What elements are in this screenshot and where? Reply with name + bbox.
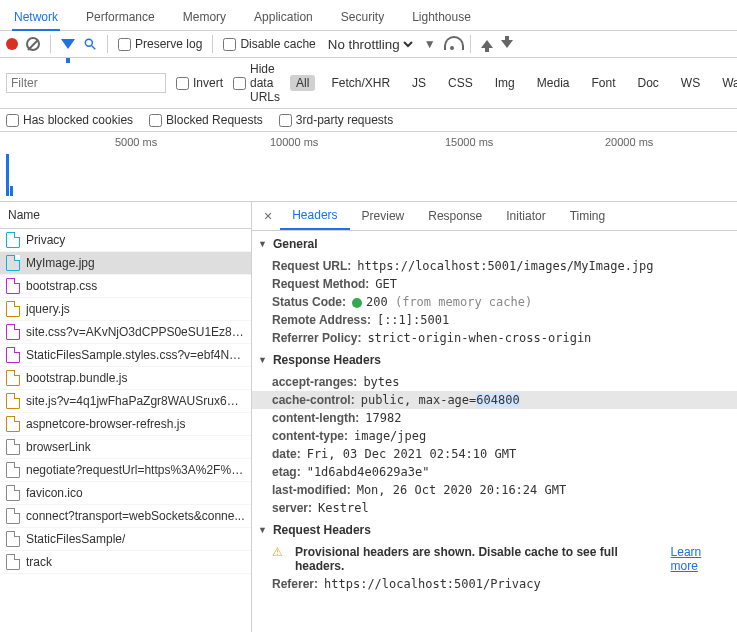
request-row[interactable]: site.css?v=AKvNjO3dCPPS0eSU1Ez8T2... <box>0 321 251 344</box>
section-response-headers[interactable]: Response Headers <box>252 347 737 373</box>
file-icon <box>6 347 20 363</box>
header-key: server: <box>272 501 312 515</box>
disable-cache-input[interactable] <box>223 38 236 51</box>
file-icon <box>6 439 20 455</box>
filter-input[interactable] <box>6 73 166 93</box>
tab-security[interactable]: Security <box>339 4 386 30</box>
timeline-bar <box>10 186 13 196</box>
tab-application[interactable]: Application <box>252 4 315 30</box>
has-blocked-cookies-checkbox[interactable]: Has blocked cookies <box>6 113 133 127</box>
request-row[interactable]: StaticFilesSample.styles.css?v=ebf4NvV..… <box>0 344 251 367</box>
chevron-down-icon[interactable]: ▼ <box>424 37 436 51</box>
file-icon <box>6 485 20 501</box>
file-icon <box>6 324 20 340</box>
tab-network[interactable]: Network <box>12 4 60 30</box>
third-party-checkbox[interactable]: 3rd-party requests <box>279 113 393 127</box>
response-header-row: content-length:17982 <box>252 409 737 427</box>
section-request-headers[interactable]: Request Headers <box>252 517 737 543</box>
preserve-log-checkbox[interactable]: Preserve log <box>118 37 202 51</box>
filter-bar-2: Has blocked cookies Blocked Requests 3rd… <box>0 109 737 132</box>
blocked-requests-checkbox[interactable]: Blocked Requests <box>149 113 263 127</box>
type-img[interactable]: Img <box>489 75 521 91</box>
request-row[interactable]: MyImage.jpg <box>0 252 251 275</box>
referrer-policy-value: strict-origin-when-cross-origin <box>367 331 591 345</box>
type-font[interactable]: Font <box>585 75 621 91</box>
filter-icon[interactable] <box>61 39 75 49</box>
header-key: content-type: <box>272 429 348 443</box>
type-fetch[interactable]: Fetch/XHR <box>325 75 396 91</box>
type-wasm[interactable]: Wasm <box>716 75 737 91</box>
type-all[interactable]: All <box>290 75 315 91</box>
request-row[interactable]: aspnetcore-browser-refresh.js <box>0 413 251 436</box>
warning-icon: ⚠ <box>272 545 283 559</box>
file-icon <box>6 508 20 524</box>
request-name: MyImage.jpg <box>26 256 95 270</box>
disable-cache-label: Disable cache <box>240 37 315 51</box>
detail-tab-preview[interactable]: Preview <box>350 203 417 229</box>
svg-line-1 <box>92 46 96 50</box>
highlighted-text: 604800 <box>476 393 519 407</box>
remote-address-value: [::1]:5001 <box>377 313 449 327</box>
type-media[interactable]: Media <box>531 75 576 91</box>
timeline-overview[interactable]: 5000 ms 10000 ms 15000 ms 20000 ms <box>0 132 737 202</box>
preserve-log-input[interactable] <box>118 38 131 51</box>
request-list: PrivacyMyImage.jpgbootstrap.cssjquery.js… <box>0 229 251 574</box>
learn-more-link[interactable]: Learn more <box>671 545 731 573</box>
timeline-tick: 15000 ms <box>445 136 493 148</box>
close-detail-icon[interactable]: × <box>256 202 280 230</box>
request-row[interactable]: StaticFilesSample/ <box>0 528 251 551</box>
tab-memory[interactable]: Memory <box>181 4 228 30</box>
type-doc[interactable]: Doc <box>631 75 664 91</box>
hide-data-urls-checkbox[interactable]: Hide data URLs <box>233 62 280 104</box>
request-url-key: Request URL: <box>272 259 351 273</box>
request-name: site.css?v=AKvNjO3dCPPS0eSU1Ez8T2... <box>26 325 245 339</box>
upload-har-icon[interactable] <box>481 40 493 48</box>
header-key: cache-control: <box>272 393 355 407</box>
referer-value: https://localhost:5001/Privacy <box>324 577 541 591</box>
request-row[interactable]: connect?transport=webSockets&conne... <box>0 505 251 528</box>
request-row[interactable]: favicon.ico <box>0 482 251 505</box>
referer-key: Referer: <box>272 577 318 591</box>
request-row[interactable]: bootstrap.css <box>0 275 251 298</box>
request-row[interactable]: bootstrap.bundle.js <box>0 367 251 390</box>
tab-lighthouse[interactable]: Lighthouse <box>410 4 473 30</box>
file-icon <box>6 393 20 409</box>
download-har-icon[interactable] <box>501 40 513 48</box>
request-name: aspnetcore-browser-refresh.js <box>26 417 185 431</box>
header-value: "1d6abd4e0629a3e" <box>307 465 430 479</box>
request-row[interactable]: jquery.js <box>0 298 251 321</box>
timeline-tick: 5000 ms <box>115 136 157 148</box>
request-list-header[interactable]: Name <box>0 202 251 229</box>
request-row[interactable]: negotiate?requestUrl=https%3A%2F%2... <box>0 459 251 482</box>
detail-tab-initiator[interactable]: Initiator <box>494 203 557 229</box>
clear-icon[interactable] <box>26 37 40 51</box>
request-row[interactable]: track <box>0 551 251 574</box>
type-js[interactable]: JS <box>406 75 432 91</box>
separator <box>212 35 213 53</box>
record-icon[interactable] <box>6 38 18 50</box>
file-icon <box>6 255 20 271</box>
detail-tab-timing[interactable]: Timing <box>558 203 618 229</box>
type-ws[interactable]: WS <box>675 75 706 91</box>
request-row[interactable]: Privacy <box>0 229 251 252</box>
request-row[interactable]: browserLink <box>0 436 251 459</box>
section-general[interactable]: General <box>252 231 737 257</box>
detail-tab-response[interactable]: Response <box>416 203 494 229</box>
type-css[interactable]: CSS <box>442 75 479 91</box>
request-name: favicon.ico <box>26 486 83 500</box>
separator <box>50 35 51 53</box>
tab-performance[interactable]: Performance <box>84 4 157 30</box>
request-row[interactable]: site.js?v=4q1jwFhaPaZgr8WAUSrux6hA... <box>0 390 251 413</box>
request-name: bootstrap.css <box>26 279 97 293</box>
response-header-row: etag:"1d6abd4e0629a3e" <box>252 463 737 481</box>
detail-tab-headers[interactable]: Headers <box>280 202 349 230</box>
invert-checkbox[interactable]: Invert <box>176 76 223 90</box>
throttling-select[interactable]: No throttling <box>324 36 416 53</box>
status-code-key: Status Code: <box>272 295 346 309</box>
network-conditions-icon[interactable] <box>444 38 460 50</box>
header-key: last-modified: <box>272 483 351 497</box>
remote-address-key: Remote Address: <box>272 313 371 327</box>
search-icon[interactable] <box>83 37 97 51</box>
request-name: StaticFilesSample/ <box>26 532 125 546</box>
disable-cache-checkbox[interactable]: Disable cache <box>223 37 315 51</box>
